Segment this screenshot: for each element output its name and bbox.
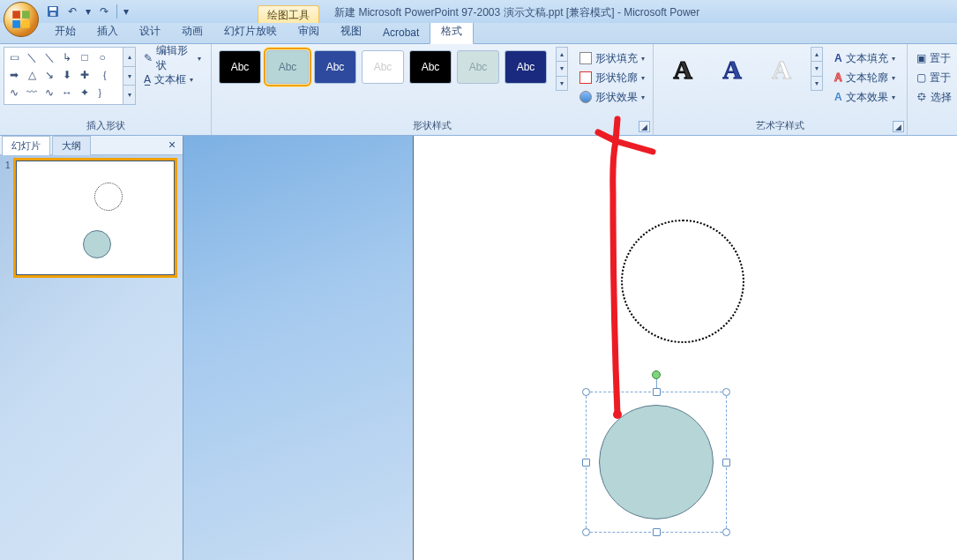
save-icon[interactable] <box>44 3 62 20</box>
tab-anim[interactable]: 动画 <box>171 20 213 43</box>
undo-more-icon[interactable]: ▾ <box>83 3 93 20</box>
tab-home[interactable]: 开始 <box>44 20 86 43</box>
resize-handle-se[interactable] <box>722 528 730 536</box>
selected-circle-shape[interactable] <box>586 392 727 533</box>
shape-star-icon[interactable]: ✦ <box>77 85 93 101</box>
text-fill-label: 文本填充 <box>846 51 888 66</box>
chevron-down-icon: ▾ <box>892 74 895 82</box>
style-scroll-up-icon[interactable]: ▴ <box>557 48 567 61</box>
shape-style-4[interactable]: Abc <box>362 50 404 84</box>
shape-brace-icon[interactable]: ｛ <box>94 67 110 83</box>
shape-style-7[interactable]: Abc <box>505 50 547 84</box>
shape-effects-button[interactable]: 形状效果 ▾ <box>575 87 649 107</box>
shapes-scroll-up-icon[interactable]: ▴ <box>123 48 135 66</box>
resize-handle-nw[interactable] <box>582 388 590 396</box>
shape-conn2-icon[interactable]: ↘ <box>41 67 57 83</box>
edit-shape-button[interactable]: ✎ 编辑形状 ▾ <box>139 49 207 68</box>
wordart-style-3[interactable]: A <box>759 50 804 89</box>
shape-conn-icon[interactable]: ↳ <box>59 49 75 65</box>
tab-outline[interactable]: 大纲 <box>52 136 91 155</box>
chevron-down-icon: ▾ <box>190 76 193 84</box>
shape-style-5[interactable]: Abc <box>409 50 452 84</box>
slide-canvas[interactable] <box>413 136 957 560</box>
tab-slideshow[interactable]: 幻灯片放映 <box>213 20 288 43</box>
shapes-scroll: ▴ ▾ ▾ <box>123 47 136 105</box>
style-abc-label: Abc <box>326 61 345 73</box>
style-abc-label: Abc <box>231 61 250 73</box>
wa-more-icon[interactable]: ▾ <box>811 77 822 90</box>
shape-plus-icon[interactable]: ✚ <box>77 67 93 83</box>
shape-fill-button[interactable]: 形状填充 ▾ <box>575 49 649 68</box>
shape-arrowd-icon[interactable]: ⬇ <box>59 67 75 83</box>
shape-tri-icon[interactable]: △ <box>24 67 40 83</box>
text-effects-button[interactable]: A 文本效果 ▾ <box>830 87 900 107</box>
redo-icon[interactable]: ↷ <box>95 3 113 20</box>
shape-brace2-icon[interactable]: ｝ <box>94 85 110 101</box>
style-more-icon[interactable]: ▾ <box>557 77 567 90</box>
svg-rect-6 <box>50 12 56 16</box>
undo-icon[interactable]: ↶ <box>64 3 81 20</box>
wordart-style-1[interactable]: A <box>661 50 705 89</box>
shape-style-gallery: AbcAbcAbcAbcAbcAbcAbc <box>215 47 550 87</box>
resize-handle-n[interactable] <box>653 388 661 396</box>
wa-scroll-down-icon[interactable]: ▾ <box>811 61 822 76</box>
tab-acrobat[interactable]: Acrobat <box>372 23 430 43</box>
shapes-gallery[interactable]: ▭ ＼ ＼ ↳ □ ○ ➡ △ ↘ ⬇ ✚ ｛ ∿ 〰 ∿ ↔ ✦ <box>4 47 123 105</box>
office-button[interactable] <box>4 2 39 37</box>
rotation-handle[interactable] <box>652 370 661 379</box>
shape-scribble-icon[interactable]: ∿ <box>41 85 57 101</box>
wa-scroll-up-icon[interactable]: ▴ <box>811 48 822 61</box>
effects-icon <box>579 91 592 103</box>
text-fill-button[interactable]: A 文本填充 ▾ <box>830 49 900 68</box>
style-abc-label: Abc <box>422 61 440 73</box>
resize-handle-ne[interactable] <box>722 388 730 396</box>
selection-pane-button[interactable]: ⯐ 选择 <box>913 87 955 107</box>
resize-handle-sw[interactable] <box>582 528 590 536</box>
wordart-style-2[interactable]: A <box>710 50 754 89</box>
resize-handle-w[interactable] <box>582 459 590 467</box>
shape-arrowr-icon[interactable]: ➡ <box>6 67 22 83</box>
shape-fill-label: 形状填充 <box>595 51 638 66</box>
shape-conn3-icon[interactable]: ↔ <box>59 85 75 101</box>
shape-rect-icon[interactable]: ▭ <box>6 49 22 65</box>
shape-style-2[interactable]: Abc <box>266 50 309 84</box>
shape-outline-button[interactable]: 形状轮廓 ▾ <box>575 68 649 87</box>
shape-square-icon[interactable]: □ <box>77 49 93 65</box>
shape-curve-icon[interactable]: ∿ <box>6 85 22 101</box>
shape-style-6[interactable]: Abc <box>457 50 499 84</box>
pane-close-icon[interactable]: × <box>165 138 179 152</box>
tab-slides[interactable]: 幻灯片 <box>2 136 50 155</box>
bring-front-button[interactable]: ▣ 置于 <box>913 49 955 68</box>
dotted-circle-shape[interactable] <box>621 220 744 343</box>
shape-styles-launcher-icon[interactable]: ◢ <box>639 121 650 132</box>
tab-format[interactable]: 格式 <box>430 19 474 44</box>
shapes-more-icon[interactable]: ▾ <box>123 86 135 104</box>
text-box-button[interactable]: A̲ 文本框 ▾ <box>139 70 207 89</box>
slide-thumbnail[interactable] <box>16 161 175 275</box>
shape-freeform-icon[interactable]: 〰 <box>24 85 40 101</box>
shape-line2-icon[interactable]: ＼ <box>41 49 57 65</box>
shape-line-icon[interactable]: ＼ <box>24 49 40 65</box>
pane-tabs: 幻灯片 大纲 × <box>0 136 183 155</box>
tab-insert[interactable]: 插入 <box>86 20 129 43</box>
wordart-launcher-icon[interactable]: ◢ <box>893 121 904 132</box>
shape-style-1[interactable]: Abc <box>219 50 261 84</box>
wordart-gallery: A A A <box>657 47 807 93</box>
tab-view[interactable]: 视图 <box>330 20 372 43</box>
send-back-button[interactable]: ▢ 置于 <box>913 68 955 87</box>
title-bar: ↶ ▾ ↷ ▾ 绘图工具 新建 Microsoft PowerPoint 97-… <box>0 0 957 23</box>
shape-oval-icon[interactable]: ○ <box>94 49 110 65</box>
slide-thumb-1[interactable]: 1 <box>5 161 177 275</box>
text-outline-icon: A <box>834 71 842 84</box>
circle-shape[interactable] <box>599 405 714 519</box>
editor-margin <box>183 136 413 560</box>
qat-customize-icon[interactable]: ▾ <box>121 3 131 20</box>
resize-handle-s[interactable] <box>653 528 661 536</box>
shape-style-3[interactable]: Abc <box>314 50 356 84</box>
style-scroll-down-icon[interactable]: ▾ <box>557 61 567 76</box>
shapes-scroll-down-icon[interactable]: ▾ <box>123 66 135 86</box>
text-outline-button[interactable]: A 文本轮廓 ▾ <box>830 68 900 87</box>
tab-design[interactable]: 设计 <box>129 20 171 43</box>
resize-handle-e[interactable] <box>722 459 730 467</box>
tab-review[interactable]: 审阅 <box>288 20 330 43</box>
